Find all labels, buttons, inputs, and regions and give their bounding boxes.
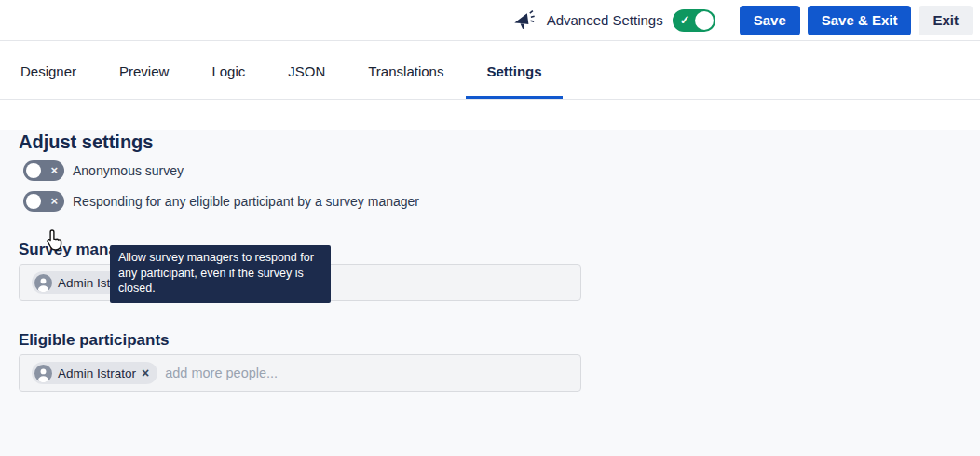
toggle-tooltip: Allow survey managers to respond for any… [110,245,331,303]
toggle-knob [26,194,41,209]
check-icon: ✓ [680,13,690,28]
tab-designer[interactable]: Designer [0,41,97,99]
toggle-row-anonymous-survey: × Anonymous survey [23,160,961,181]
tab-settings[interactable]: Settings [466,41,562,99]
remove-tag-icon[interactable]: × [142,366,149,380]
tab-translations[interactable]: Translations [347,41,464,99]
tab-preview[interactable]: Preview [99,41,189,99]
person-tag: Admin Istrator × [32,362,157,384]
cross-icon: × [50,195,58,208]
top-toolbar: Advanced Settings ✓ Save Save & Exit Exi… [0,0,980,41]
toggle-knob [26,163,41,178]
mouse-cursor-icon [46,228,65,256]
cross-icon: × [50,164,58,177]
tab-bar: Designer Preview Logic JSON Translations… [0,41,980,100]
save-and-exit-button[interactable]: Save & Exit [808,6,912,35]
page-title: Adjust settings [19,130,961,155]
advanced-settings-toggle[interactable]: ✓ [673,9,715,32]
add-people-placeholder: add more people... [165,366,278,380]
person-avatar-icon [34,365,52,382]
eligible-participants-field[interactable]: Admin Istrator × add more people... [19,354,581,392]
megaphone-icon [512,8,536,32]
tab-json[interactable]: JSON [267,41,346,99]
toggle-label: Anonymous survey [73,163,184,178]
settings-panel: Adjust settings × Anonymous survey × Res… [0,130,980,456]
tab-logic[interactable]: Logic [191,41,265,99]
exit-button[interactable]: Exit [919,6,973,35]
person-name: Admin Istrator [58,366,136,380]
toggle-label: Responding for any eligible participant … [73,194,419,209]
person-avatar-icon [34,274,52,292]
responding-for-participant-toggle[interactable]: × [23,191,64,212]
section-eligible-participants: Eligible participants Admin Istrator × a… [19,329,961,392]
toggle-knob [695,11,714,30]
save-button[interactable]: Save [740,6,800,35]
anonymous-survey-toggle[interactable]: × [23,160,64,181]
advanced-settings-label: Advanced Settings [547,12,663,28]
toggle-row-responding-for-participant: × Responding for any eligible participan… [23,191,961,212]
eligible-participants-title: Eligible participants [19,329,961,351]
